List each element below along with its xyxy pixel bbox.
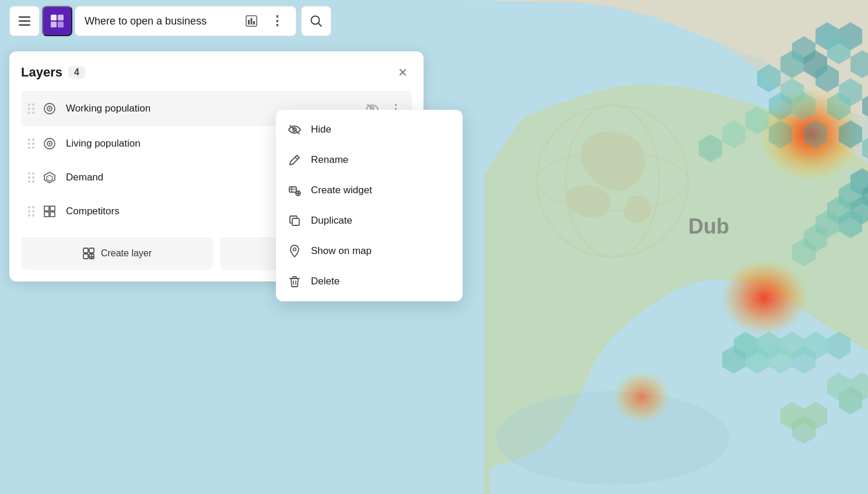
menu-item-duplicate[interactable]: Duplicate bbox=[276, 206, 463, 236]
drag-handle[interactable] bbox=[28, 103, 34, 114]
menu-item-create-widget[interactable]: Create widget bbox=[276, 175, 463, 206]
svg-rect-91 bbox=[89, 248, 94, 253]
svg-marker-25 bbox=[722, 120, 746, 148]
svg-marker-13 bbox=[850, 50, 868, 78]
svg-rect-66 bbox=[51, 15, 57, 20]
svg-rect-90 bbox=[83, 248, 88, 253]
drag-handle[interactable] bbox=[28, 172, 34, 183]
close-panel-button[interactable]: ✕ bbox=[393, 63, 412, 82]
drag-handle[interactable] bbox=[28, 138, 34, 149]
svg-rect-92 bbox=[83, 254, 88, 259]
svg-rect-72 bbox=[251, 18, 253, 25]
rename-icon bbox=[288, 153, 302, 167]
hide-label: Hide bbox=[311, 124, 331, 135]
menu-item-rename[interactable]: Rename bbox=[276, 145, 463, 175]
delete-label: Delete bbox=[311, 276, 340, 287]
svg-rect-68 bbox=[51, 22, 57, 27]
svg-marker-27 bbox=[769, 120, 792, 148]
svg-line-75 bbox=[318, 23, 322, 27]
layer-icon bbox=[41, 169, 58, 186]
widget-icon bbox=[288, 183, 302, 197]
svg-marker-29 bbox=[839, 120, 862, 148]
svg-rect-88 bbox=[44, 212, 49, 217]
duplicate-label: Duplicate bbox=[311, 215, 352, 227]
drag-handle[interactable] bbox=[28, 206, 34, 217]
layer-icon bbox=[41, 100, 58, 117]
create-widget-menu-label: Create widget bbox=[311, 185, 372, 196]
svg-marker-30 bbox=[862, 134, 868, 162]
svg-marker-20 bbox=[862, 92, 868, 120]
logo-button[interactable] bbox=[42, 6, 72, 36]
trash-icon bbox=[288, 274, 302, 288]
logo-icon bbox=[50, 13, 65, 29]
svg-point-78 bbox=[49, 108, 51, 110]
more-options-button[interactable]: ⋮ bbox=[268, 12, 286, 30]
svg-rect-111 bbox=[292, 218, 299, 225]
menu-item-show-on-map[interactable]: Show on map bbox=[276, 236, 463, 266]
layers-header: Layers 4 ✕ bbox=[21, 63, 412, 82]
create-layer-button[interactable]: Create layer bbox=[21, 237, 213, 270]
svg-marker-85 bbox=[47, 175, 52, 181]
create-layer-icon bbox=[82, 247, 95, 260]
hide-icon bbox=[288, 123, 302, 137]
svg-rect-67 bbox=[58, 15, 64, 20]
rename-label: Rename bbox=[311, 154, 348, 166]
svg-rect-65 bbox=[19, 25, 30, 26]
layers-count-badge: 4 bbox=[68, 66, 85, 79]
show-on-map-label: Show on map bbox=[311, 245, 372, 257]
svg-marker-16 bbox=[757, 64, 780, 92]
svg-line-104 bbox=[295, 157, 298, 159]
page-title: Where to open a business bbox=[85, 15, 235, 27]
svg-point-112 bbox=[293, 248, 296, 251]
svg-rect-71 bbox=[248, 20, 250, 25]
svg-marker-28 bbox=[804, 120, 827, 148]
context-menu: Hide Rename Create widget bbox=[276, 110, 463, 301]
layers-title: Layers bbox=[21, 65, 62, 80]
layer-icon bbox=[41, 135, 58, 152]
menu-item-delete[interactable]: Delete bbox=[276, 266, 463, 297]
svg-rect-87 bbox=[50, 206, 55, 211]
layer-icon bbox=[41, 203, 58, 220]
svg-marker-24 bbox=[746, 106, 769, 134]
duplicate-icon bbox=[288, 214, 302, 228]
svg-marker-35 bbox=[827, 332, 850, 360]
search-button[interactable] bbox=[301, 6, 331, 36]
svg-marker-26 bbox=[699, 134, 722, 162]
svg-point-83 bbox=[49, 143, 51, 145]
svg-rect-63 bbox=[19, 16, 30, 18]
hamburger-button[interactable] bbox=[9, 6, 40, 36]
svg-rect-86 bbox=[44, 206, 49, 211]
chart-icon-button[interactable] bbox=[242, 12, 261, 30]
svg-rect-73 bbox=[253, 21, 255, 25]
create-layer-label: Create layer bbox=[101, 248, 152, 259]
svg-rect-69 bbox=[58, 22, 64, 27]
svg-rect-64 bbox=[19, 20, 30, 22]
svg-rect-89 bbox=[50, 212, 55, 217]
menu-item-hide[interactable]: Hide bbox=[276, 114, 463, 145]
layers-title-group: Layers 4 bbox=[21, 65, 85, 80]
title-bar: Where to open a business ⋮ bbox=[75, 6, 296, 36]
map-pin-icon bbox=[288, 244, 302, 258]
